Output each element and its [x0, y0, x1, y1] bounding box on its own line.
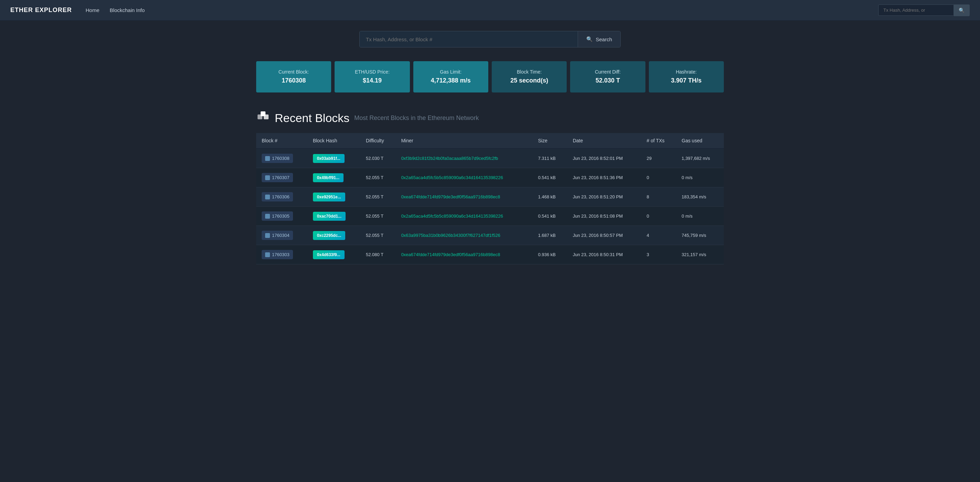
miner-link-0[interactable]: 0xf3b9d2c81f2b24b0fa0acaaa865b7d9ced5fc2…	[401, 156, 498, 161]
hash-badge-2[interactable]: 0xe92951e...	[313, 192, 345, 202]
stat-label-0: Current Block:	[262, 68, 326, 76]
gas-used-cell-1: 0 m/s	[676, 168, 724, 188]
miner-cell-0: 0xf3b9d2c81f2b24b0fa0acaaa865b7d9ced5fc2…	[396, 148, 533, 168]
blocks-icon	[256, 110, 270, 126]
date-cell-0: Jun 23, 2016 8:52:01 PM	[567, 148, 641, 168]
block-hash-cell-4: 0xc2295dc...	[307, 226, 360, 245]
stat-label-4: Current Diff:	[576, 68, 640, 76]
col-header-3: Miner	[396, 133, 533, 148]
block-num-badge-0[interactable]: 1760308	[262, 154, 293, 163]
block-hash-cell-1: 0x49bff91...	[307, 168, 360, 188]
miner-link-1[interactable]: 0x2a65aca4d5fc5b5c859090a6c34d1641353982…	[401, 175, 503, 180]
stat-card-3: Block Time: 25 second(s)	[492, 61, 567, 92]
difficulty-cell-0: 52.030 T	[360, 148, 396, 168]
size-cell-1: 0.541 kB	[533, 168, 567, 188]
hash-badge-3[interactable]: 0xac70dd1...	[313, 212, 345, 221]
col-header-2: Difficulty	[360, 133, 396, 148]
navbar-search-container: 🔍	[878, 5, 970, 16]
nav-links: Home Blockchain Info	[86, 7, 878, 13]
brand-logo: ETHER EXPLORER	[10, 6, 72, 14]
difficulty-cell-5: 52.080 T	[360, 245, 396, 264]
cube-icon-3	[265, 214, 270, 219]
table-header-row: Block #Block HashDifficultyMinerSizeDate…	[256, 133, 724, 148]
block-num-badge-1[interactable]: 1760307	[262, 173, 293, 182]
block-num-cell-2: 1760306	[256, 188, 307, 207]
cube-icon-2	[265, 194, 270, 199]
stat-label-2: Gas Limit:	[419, 68, 483, 76]
big-search-input[interactable]	[360, 31, 578, 47]
search-icon-big: 🔍	[586, 36, 593, 42]
stat-card-1: ETH/USD Price: $14.19	[334, 61, 409, 92]
stat-value-3: 25 second(s)	[497, 76, 561, 86]
hash-badge-1[interactable]: 0x49bff91...	[313, 173, 344, 182]
table-row: 1760307 0x49bff91...52.055 T0x2a65aca4d5…	[256, 168, 724, 188]
block-num-cell-1: 1760307	[256, 168, 307, 188]
hash-badge-4[interactable]: 0xc2295dc...	[313, 231, 345, 240]
date-cell-1: Jun 23, 2016 8:51:36 PM	[567, 168, 641, 188]
block-hash-cell-3: 0xac70dd1...	[307, 207, 360, 226]
tx-count-cell-2: 8	[641, 188, 676, 207]
gas-used-cell-0: 1,397,682 m/s	[676, 148, 724, 168]
miner-cell-1: 0x2a65aca4d5fc5b5c859090a6c34d1641353982…	[396, 168, 533, 188]
col-header-0: Block #	[256, 133, 307, 148]
date-cell-2: Jun 23, 2016 8:51:20 PM	[567, 188, 641, 207]
miner-cell-3: 0x2a65aca4d5fc5b5c859090a6c34d1641353982…	[396, 207, 533, 226]
navbar-search-input[interactable]	[878, 5, 954, 16]
miner-link-3[interactable]: 0x2a65aca4d5fc5b5c859090a6c34d1641353982…	[401, 213, 503, 219]
nav-blockchain-info[interactable]: Blockchain Info	[110, 7, 145, 13]
block-num-badge-4[interactable]: 1760304	[262, 231, 293, 240]
hash-badge-5[interactable]: 0x4d633f9...	[313, 250, 345, 259]
cube-icon-5	[265, 252, 270, 257]
table-row: 1760305 0xac70dd1...52.055 T0x2a65aca4d5…	[256, 207, 724, 226]
block-num-cell-0: 1760308	[256, 148, 307, 168]
stat-card-4: Current Diff: 52.030 T	[570, 61, 645, 92]
navbar: ETHER EXPLORER Home Blockchain Info 🔍	[0, 0, 980, 21]
block-num-cell-5: 1760303	[256, 245, 307, 264]
size-cell-3: 0.541 kB	[533, 207, 567, 226]
cube-icon-4	[265, 233, 270, 238]
difficulty-cell-2: 52.055 T	[360, 188, 396, 207]
miner-link-4[interactable]: 0x63a9975ba31b0b9626b34300f7f627147df1f5…	[401, 233, 500, 238]
gas-used-cell-4: 745,759 m/s	[676, 226, 724, 245]
tx-count-cell-5: 3	[641, 245, 676, 264]
cube-icon-1	[265, 175, 270, 180]
svg-rect-2	[261, 111, 266, 116]
stat-value-0: 1760308	[262, 76, 326, 86]
col-header-5: Date	[567, 133, 641, 148]
hash-badge-0[interactable]: 0x03ab91f...	[313, 154, 345, 163]
search-icon: 🔍	[959, 8, 964, 13]
size-cell-2: 1.468 kB	[533, 188, 567, 207]
block-num-badge-2[interactable]: 1760306	[262, 192, 293, 202]
navbar-search-button[interactable]: 🔍	[954, 5, 970, 16]
big-search-box: 🔍 Search	[360, 31, 620, 48]
tx-count-cell-1: 0	[641, 168, 676, 188]
stat-card-0: Current Block: 1760308	[256, 61, 331, 92]
table-row: 1760303 0x4d633f9...52.080 T0xea674fdde7…	[256, 245, 724, 264]
table-row: 1760306 0xe92951e...52.055 T0xea674fdde7…	[256, 188, 724, 207]
miner-link-5[interactable]: 0xea674fdde714fd979de3edf0f56aa9716b898e…	[401, 252, 500, 257]
block-hash-cell-2: 0xe92951e...	[307, 188, 360, 207]
block-hash-cell-5: 0x4d633f9...	[307, 245, 360, 264]
tx-count-cell-3: 0	[641, 207, 676, 226]
col-header-6: # of TXs	[641, 133, 676, 148]
difficulty-cell-1: 52.055 T	[360, 168, 396, 188]
tx-count-cell-0: 29	[641, 148, 676, 168]
stat-value-1: $14.19	[340, 76, 404, 86]
gas-used-cell-5: 321,157 m/s	[676, 245, 724, 264]
miner-cell-5: 0xea674fdde714fd979de3edf0f56aa9716b898e…	[396, 245, 533, 264]
block-num-badge-3[interactable]: 1760305	[262, 212, 293, 221]
size-cell-4: 1.687 kB	[533, 226, 567, 245]
stat-card-2: Gas Limit: 4,712,388 m/s	[413, 61, 488, 92]
miner-cell-2: 0xea674fdde714fd979de3edf0f56aa9716b898e…	[396, 188, 533, 207]
col-header-7: Gas used	[676, 133, 724, 148]
miner-link-2[interactable]: 0xea674fdde714fd979de3edf0f56aa9716b898e…	[401, 194, 500, 199]
table-row: 1760304 0xc2295dc...52.055 T0x63a9975ba3…	[256, 226, 724, 245]
block-num-badge-5[interactable]: 1760303	[262, 250, 293, 259]
big-search-button[interactable]: 🔍 Search	[578, 31, 620, 47]
block-num-cell-3: 1760305	[256, 207, 307, 226]
blocks-table: Block #Block HashDifficultyMinerSizeDate…	[256, 133, 724, 264]
gas-used-cell-3: 0 m/s	[676, 207, 724, 226]
table-row: 1760308 0x03ab91f...52.030 T0xf3b9d2c81f…	[256, 148, 724, 168]
miner-cell-4: 0x63a9975ba31b0b9626b34300f7f627147df1f5…	[396, 226, 533, 245]
nav-home[interactable]: Home	[86, 7, 99, 13]
